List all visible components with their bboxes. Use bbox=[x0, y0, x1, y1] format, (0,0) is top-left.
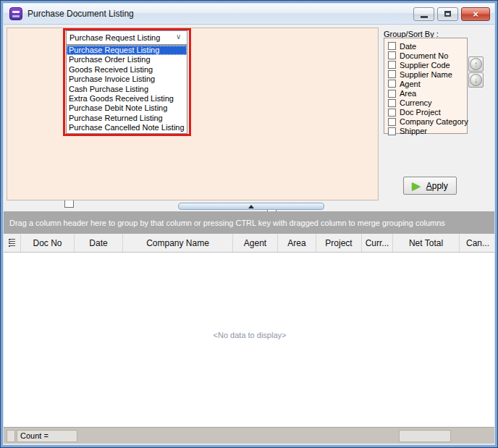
status-segment bbox=[7, 430, 15, 442]
group-sort-item[interactable]: Shipper bbox=[388, 127, 467, 136]
status-bar: Count = bbox=[4, 427, 496, 444]
group-sort-item[interactable]: Supplier Code bbox=[388, 60, 467, 69]
row-indicator-header bbox=[4, 234, 21, 252]
chevron-down-icon: ∨ bbox=[176, 33, 494, 41]
window-title: Purchase Document Listing bbox=[28, 9, 134, 19]
grid-header-row: Doc No Date Company Name Agent Area Proj… bbox=[4, 234, 496, 253]
group-sort-item[interactable]: Supplier Name bbox=[388, 69, 467, 79]
apply-play-icon: ▶ bbox=[412, 180, 421, 191]
move-up-button[interactable]: ↑ bbox=[468, 56, 484, 72]
group-sort-item[interactable]: Date bbox=[388, 41, 467, 51]
dropdown-option[interactable]: Purchase Returned Listing bbox=[67, 114, 187, 123]
checkbox-icon[interactable] bbox=[388, 80, 396, 88]
group-sort-listbox[interactable]: Date Document No Supplier Code Supplier … bbox=[384, 38, 468, 134]
dropdown-option[interactable]: Purchase Cancelled Note Listing bbox=[67, 123, 187, 132]
apply-label: Apply bbox=[426, 181, 448, 191]
count-label: Count = bbox=[17, 430, 77, 442]
group-sort-item[interactable]: Currency bbox=[388, 98, 467, 108]
checkbox-icon[interactable] bbox=[388, 99, 396, 107]
maximize-icon bbox=[444, 11, 451, 17]
column-header-date[interactable]: Date bbox=[75, 234, 123, 252]
minimize-icon bbox=[421, 16, 428, 18]
column-header-project[interactable]: Project bbox=[316, 234, 362, 252]
title-bar[interactable]: Purchase Document Listing × bbox=[4, 4, 496, 25]
dropdown-option[interactable]: Extra Goods Received Listing bbox=[67, 94, 187, 103]
group-sort-item[interactable]: Area bbox=[388, 88, 467, 98]
column-header-company-name[interactable]: Company Name bbox=[123, 234, 233, 252]
maximize-button[interactable] bbox=[437, 7, 458, 21]
documents-dropdown[interactable]: Purchase Request Listing Purchase Order … bbox=[66, 45, 187, 134]
dropdown-option[interactable]: Goods Received Listing bbox=[67, 65, 187, 75]
move-down-button[interactable]: ↓ bbox=[468, 72, 484, 88]
documents-combobox[interactable]: Purchase Request Listing bbox=[66, 30, 187, 45]
checkbox-icon[interactable] bbox=[388, 118, 396, 126]
group-by-hint-bar[interactable]: Drag a column header here to group by th… bbox=[4, 211, 496, 234]
apply-button[interactable]: ▶ Apply bbox=[403, 177, 457, 195]
close-icon: × bbox=[473, 9, 478, 20]
column-header-agent[interactable]: Agent bbox=[233, 234, 278, 252]
no-data-text: <No data to display> bbox=[4, 331, 496, 339]
group-by-hint-text: Drag a column header here to group by th… bbox=[9, 219, 445, 227]
dropdown-option[interactable]: Purchase Request Listing bbox=[67, 46, 187, 55]
status-segment bbox=[399, 430, 451, 442]
checkbox-icon[interactable] bbox=[388, 51, 396, 59]
up-arrow-icon: ↑ bbox=[470, 58, 482, 70]
dropdown-option[interactable]: Cash Purchase Listing bbox=[67, 85, 187, 94]
down-arrow-icon: ↓ bbox=[470, 74, 482, 86]
checkbox-icon[interactable] bbox=[388, 127, 396, 135]
dropdown-option[interactable]: Purchase Order Listing bbox=[67, 55, 187, 64]
group-sort-item[interactable]: Doc Project bbox=[388, 108, 467, 117]
column-header-net-total[interactable]: Net Total bbox=[393, 234, 460, 252]
column-header-currency[interactable]: Curr... bbox=[362, 234, 393, 252]
app-icon bbox=[9, 7, 22, 20]
row-indicator-icon bbox=[9, 239, 15, 247]
checkbox-icon[interactable] bbox=[388, 42, 396, 50]
splitter-collapse-handle[interactable] bbox=[178, 203, 324, 210]
dropdown-option[interactable]: Purchase Debit Note Listing bbox=[67, 103, 187, 113]
group-sort-item[interactable]: Document No bbox=[388, 51, 467, 60]
checkbox-icon[interactable] bbox=[388, 90, 396, 98]
filter-panel bbox=[7, 28, 379, 200]
collapse-arrow-icon bbox=[248, 205, 254, 208]
close-button[interactable]: × bbox=[461, 7, 490, 21]
column-header-doc-no[interactable]: Doc No bbox=[21, 234, 75, 252]
group-sort-item[interactable]: Company Category bbox=[388, 117, 467, 127]
grid-body bbox=[4, 253, 496, 426]
minimize-button[interactable] bbox=[413, 7, 434, 21]
checkbox-icon[interactable] bbox=[388, 70, 396, 78]
dropdown-option[interactable]: Purchase Invoice Listing bbox=[67, 75, 187, 84]
checkbox-icon[interactable] bbox=[388, 109, 396, 117]
checkbox-icon[interactable] bbox=[388, 61, 396, 69]
column-header-cancelled[interactable]: Can... bbox=[460, 234, 496, 252]
column-header-area[interactable]: Area bbox=[278, 234, 316, 252]
purchase-document-listing-window: Purchase Document Listing × Documents: D… bbox=[0, 0, 498, 448]
group-sort-item[interactable]: Agent bbox=[388, 79, 467, 88]
